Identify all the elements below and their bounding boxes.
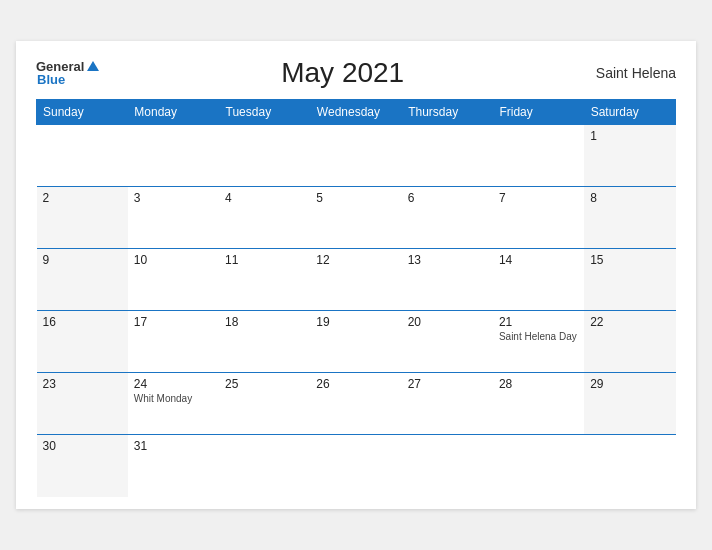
calendar-cell: 29 — [584, 373, 675, 435]
weekday-header-sunday: Sunday — [37, 100, 128, 125]
calendar-cell: 9 — [37, 249, 128, 311]
calendar-cell — [310, 435, 401, 497]
calendar-cell: 24Whit Monday — [128, 373, 219, 435]
day-number: 24 — [134, 377, 213, 391]
day-number: 14 — [499, 253, 578, 267]
weekday-header-thursday: Thursday — [402, 100, 493, 125]
calendar-cell — [219, 125, 310, 187]
day-number: 25 — [225, 377, 304, 391]
day-number: 15 — [590, 253, 669, 267]
calendar-cell — [310, 125, 401, 187]
calendar-cell: 3 — [128, 187, 219, 249]
event-label: Whit Monday — [134, 393, 213, 404]
calendar-cell: 20 — [402, 311, 493, 373]
weekday-header-friday: Friday — [493, 100, 584, 125]
day-number: 13 — [408, 253, 487, 267]
weekday-header-saturday: Saturday — [584, 100, 675, 125]
calendar-cell: 31 — [128, 435, 219, 497]
calendar-week-row: 9101112131415 — [37, 249, 676, 311]
calendar-cell: 10 — [128, 249, 219, 311]
day-number: 19 — [316, 315, 395, 329]
day-number: 22 — [590, 315, 669, 329]
calendar-cell: 16 — [37, 311, 128, 373]
day-number: 1 — [590, 129, 669, 143]
weekday-header-monday: Monday — [128, 100, 219, 125]
day-number: 21 — [499, 315, 578, 329]
calendar-header: General Blue May 2021 Saint Helena — [36, 57, 676, 89]
logo: General Blue — [36, 60, 99, 86]
day-number: 4 — [225, 191, 304, 205]
calendar-cell — [219, 435, 310, 497]
calendar-cell: 1 — [584, 125, 675, 187]
calendar-cell: 5 — [310, 187, 401, 249]
calendar-title: May 2021 — [99, 57, 586, 89]
calendar-cell: 13 — [402, 249, 493, 311]
day-number: 29 — [590, 377, 669, 391]
calendar-grid: SundayMondayTuesdayWednesdayThursdayFrid… — [36, 99, 676, 497]
calendar-cell — [37, 125, 128, 187]
logo-blue-text: Blue — [37, 73, 99, 86]
day-number: 8 — [590, 191, 669, 205]
calendar-cell — [584, 435, 675, 497]
calendar-cell: 11 — [219, 249, 310, 311]
day-number: 28 — [499, 377, 578, 391]
calendar-cell: 19 — [310, 311, 401, 373]
calendar-cell: 8 — [584, 187, 675, 249]
calendar-cell: 2 — [37, 187, 128, 249]
calendar-cell: 23 — [37, 373, 128, 435]
calendar-cell: 15 — [584, 249, 675, 311]
calendar-region: Saint Helena — [586, 65, 676, 81]
day-number: 27 — [408, 377, 487, 391]
calendar-cell — [493, 125, 584, 187]
calendar-cell — [128, 125, 219, 187]
day-number: 31 — [134, 439, 213, 453]
calendar-week-row: 3031 — [37, 435, 676, 497]
calendar-week-row: 2345678 — [37, 187, 676, 249]
day-number: 7 — [499, 191, 578, 205]
day-number: 12 — [316, 253, 395, 267]
calendar-cell: 18 — [219, 311, 310, 373]
calendar-cell: 14 — [493, 249, 584, 311]
day-number: 18 — [225, 315, 304, 329]
calendar-cell: 30 — [37, 435, 128, 497]
day-number: 17 — [134, 315, 213, 329]
calendar-week-row: 2324Whit Monday2526272829 — [37, 373, 676, 435]
day-number: 16 — [43, 315, 122, 329]
calendar-cell: 28 — [493, 373, 584, 435]
calendar-cell: 17 — [128, 311, 219, 373]
day-number: 26 — [316, 377, 395, 391]
calendar-week-row: 161718192021Saint Helena Day22 — [37, 311, 676, 373]
calendar-cell — [402, 435, 493, 497]
calendar-cell: 7 — [493, 187, 584, 249]
weekday-header-tuesday: Tuesday — [219, 100, 310, 125]
calendar-cell: 27 — [402, 373, 493, 435]
calendar-cell — [493, 435, 584, 497]
calendar-cell: 25 — [219, 373, 310, 435]
calendar-cell: 22 — [584, 311, 675, 373]
day-number: 30 — [43, 439, 122, 453]
day-number: 11 — [225, 253, 304, 267]
day-number: 10 — [134, 253, 213, 267]
calendar-cell: 12 — [310, 249, 401, 311]
day-number: 6 — [408, 191, 487, 205]
logo-triangle-icon — [87, 61, 99, 71]
calendar-week-row: 1 — [37, 125, 676, 187]
day-number: 5 — [316, 191, 395, 205]
day-number: 2 — [43, 191, 122, 205]
calendar-cell: 26 — [310, 373, 401, 435]
day-number: 9 — [43, 253, 122, 267]
calendar-cell: 6 — [402, 187, 493, 249]
day-number: 23 — [43, 377, 122, 391]
weekday-header-row: SundayMondayTuesdayWednesdayThursdayFrid… — [37, 100, 676, 125]
calendar-cell: 21Saint Helena Day — [493, 311, 584, 373]
weekday-header-wednesday: Wednesday — [310, 100, 401, 125]
calendar-container: General Blue May 2021 Saint Helena Sunda… — [16, 41, 696, 509]
day-number: 20 — [408, 315, 487, 329]
day-number: 3 — [134, 191, 213, 205]
event-label: Saint Helena Day — [499, 331, 578, 342]
calendar-cell — [402, 125, 493, 187]
calendar-cell: 4 — [219, 187, 310, 249]
